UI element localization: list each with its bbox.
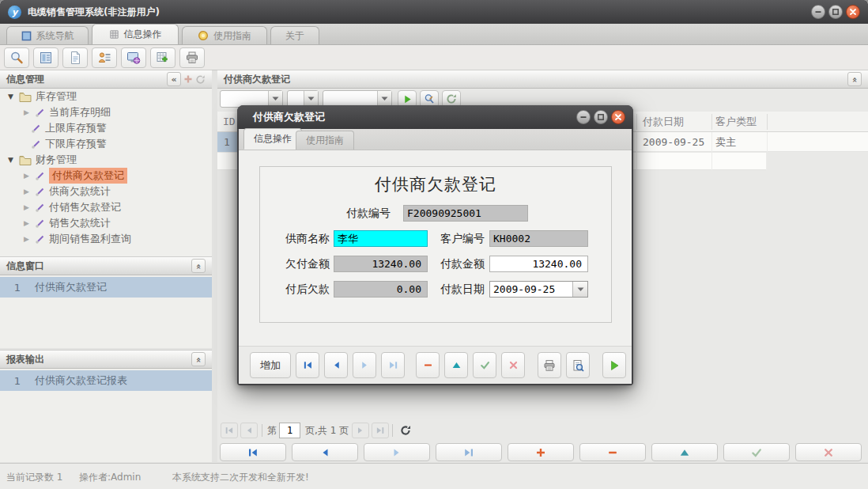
form-button[interactable] <box>33 47 58 68</box>
tree-item-sales-stats[interactable]: ▶ 销售欠款统计 <box>0 215 212 231</box>
tab-system-nav[interactable]: 系统导航 <box>6 26 89 44</box>
nav-edit-button[interactable] <box>651 443 718 461</box>
dropdown-button[interactable] <box>268 91 282 107</box>
add-record-button[interactable]: 增加 <box>250 352 291 378</box>
tree-item-current-stock[interactable]: ▶ 当前库存明细 <box>0 104 212 120</box>
pay-date-combo[interactable]: 2009-09-25 <box>489 281 588 298</box>
nav-add-button[interactable] <box>508 443 574 461</box>
tree-item-profit-query[interactable]: ▶ 期间销售盈利查询 <box>0 231 212 247</box>
record-prev-button[interactable] <box>324 352 348 378</box>
play-icon <box>402 94 413 104</box>
supplier-input[interactable] <box>334 230 428 247</box>
prev-icon <box>331 360 342 370</box>
col-header-id[interactable]: ID <box>223 112 236 132</box>
nav-prev-button[interactable] <box>292 443 358 461</box>
nav-last-button[interactable] <box>436 443 502 461</box>
list-item-index: 1 <box>0 375 35 387</box>
col-header-customer-type[interactable]: 客户类型 <box>715 112 757 132</box>
record-cancel-button[interactable] <box>501 352 525 378</box>
maximize-icon <box>832 8 840 16</box>
first-page-icon <box>225 426 234 435</box>
close-icon <box>849 8 857 16</box>
cross-icon <box>823 447 834 458</box>
report-output-list-item[interactable]: 1 付供商欠款登记报表 <box>0 370 212 391</box>
last-page-button[interactable] <box>372 423 389 438</box>
collapse-up-button[interactable]: « <box>191 259 206 273</box>
tree-item-sales-pay[interactable]: ▶ 付销售欠款登记 <box>0 199 212 215</box>
tab-about[interactable]: 关于 <box>270 26 319 44</box>
page-total-label: 页,共 1 页 <box>305 423 349 438</box>
tool-icon <box>35 218 45 229</box>
minimize-button[interactable] <box>811 5 825 19</box>
first-icon <box>247 447 259 458</box>
execute-button[interactable] <box>602 352 626 378</box>
record-next-button[interactable] <box>353 352 376 378</box>
status-record-count: 当前记录数 1 <box>6 471 62 484</box>
nav-confirm-button[interactable] <box>723 443 790 461</box>
collapse-up-button[interactable]: « <box>847 72 862 86</box>
report-output-panel: 1 付供商欠款登记报表 <box>0 369 212 462</box>
window-icon <box>21 31 32 41</box>
nav-cancel-button[interactable] <box>795 443 862 461</box>
nav-delete-button[interactable] <box>579 443 646 461</box>
main-toolbar <box>0 45 868 70</box>
info-window-list-item[interactable]: 1 付供商欠款登记 <box>0 277 212 298</box>
tree-item-supplier-pay[interactable]: ▶ 付供商欠款登记 <box>0 168 212 184</box>
dropdown-button[interactable] <box>304 91 318 107</box>
grid-refresh-button[interactable] <box>397 423 414 438</box>
search-icon <box>9 51 24 65</box>
next-page-button[interactable] <box>352 423 369 438</box>
tree-item-inventory[interactable]: ▼ 库存管理 <box>0 89 212 104</box>
tree-item-finance[interactable]: ▼ 财务管理 <box>0 152 212 168</box>
dialog-tab-guide[interactable]: 使用指南 <box>296 131 354 150</box>
caret-right-icon: ▶ <box>22 219 31 227</box>
record-first-button[interactable] <box>296 352 319 378</box>
table-add-button[interactable] <box>150 47 175 68</box>
print-preview-button[interactable] <box>566 352 590 378</box>
nav-first-button[interactable] <box>220 443 286 461</box>
printer-button[interactable] <box>179 47 205 68</box>
prev-page-icon <box>244 426 254 435</box>
nav-next-button[interactable] <box>364 443 430 461</box>
pay-amount-input[interactable] <box>489 256 588 272</box>
tree-item-upper-warning[interactable]: 上限库存预警 <box>0 120 212 136</box>
collapse-left-button[interactable]: « <box>167 72 181 86</box>
page-input[interactable] <box>279 423 300 438</box>
tab-user-guide[interactable]: 使用指南 <box>182 26 267 44</box>
dialog-tab-info-ops[interactable]: 信息操作 <box>243 128 302 150</box>
dialog-close-button[interactable] <box>611 110 625 124</box>
maximize-button[interactable] <box>828 5 843 19</box>
info-window-title: 信息窗口 <box>6 260 44 273</box>
first-page-button[interactable] <box>221 423 238 438</box>
dialog-maximize-button[interactable] <box>594 110 608 124</box>
main-tabbar: 系统导航 信息操作 使用指南 关于 <box>0 24 868 45</box>
tool-icon <box>35 187 45 197</box>
dropdown-button[interactable] <box>572 282 587 297</box>
search-button[interactable] <box>4 47 29 68</box>
close-button[interactable] <box>846 5 860 19</box>
dropdown-button[interactable] <box>377 91 391 107</box>
document-button[interactable] <box>62 47 88 68</box>
tab-info-ops[interactable]: 信息操作 <box>92 24 179 44</box>
caret-right-icon: ▶ <box>22 203 31 211</box>
dialog-minimize-button[interactable] <box>576 110 591 124</box>
info-window-header: 信息窗口 « <box>0 256 212 275</box>
tree-item-lower-warning[interactable]: 下限库存预警 <box>0 136 212 152</box>
dialog-body: 信息操作 使用指南 付供商欠款登记 付款编号 F20090925001 供商名称… <box>239 129 632 384</box>
monitor-globe-button[interactable] <box>121 47 146 68</box>
record-edit-button[interactable] <box>444 352 468 378</box>
record-delete-button[interactable] <box>416 352 440 378</box>
record-confirm-button[interactable] <box>473 352 496 378</box>
last-icon <box>388 360 398 370</box>
caret-right-icon: ▶ <box>22 108 31 116</box>
dialog-form-panel: 付供商欠款登记 付款编号 F20090925001 供商名称 客户编号 KH00… <box>259 166 612 323</box>
cross-icon <box>508 360 519 370</box>
record-last-button[interactable] <box>381 352 405 378</box>
tree-item-supplier-stats[interactable]: ▶ 供商欠款统计 <box>0 184 212 199</box>
user-report-button[interactable] <box>92 47 117 68</box>
collapse-up-button[interactable]: « <box>191 352 206 366</box>
print-button[interactable] <box>538 352 561 378</box>
prev-page-button[interactable] <box>240 423 258 438</box>
col-header-pay-date[interactable]: 付款日期 <box>643 112 684 132</box>
last-icon <box>463 447 474 458</box>
